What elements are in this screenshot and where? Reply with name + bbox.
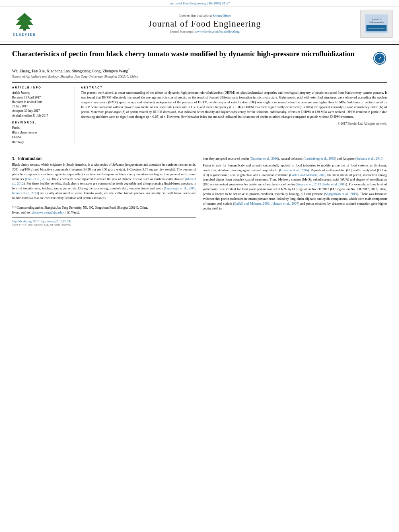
section1-number: 1. bbox=[12, 156, 15, 161]
journal-title: Journal of Food Engineering bbox=[49, 18, 360, 29]
author-star: * bbox=[128, 68, 130, 72]
keyword-1: Pectin bbox=[12, 125, 70, 130]
ref-choi-2014[interactable]: Choi et al., 2014 bbox=[26, 177, 49, 181]
crossmark-icon: ✓ CrossMark bbox=[373, 51, 387, 65]
keywords-section: Keywords: Pectin Black cherry tomato DHP… bbox=[12, 121, 70, 145]
footnote-star: * * Corresponding author. Shanghai Jiao … bbox=[12, 206, 196, 210]
available-date: Available online 31 July 2017 bbox=[12, 113, 70, 118]
ref-caffall-2009b[interactable]: Caffall and Mohnen, 2009; Johnson et al.… bbox=[234, 202, 298, 205]
received-date: Received 11 April 2017 bbox=[12, 95, 70, 100]
elsevier-logo: ELSEVIER bbox=[6, 11, 43, 37]
keyword-4: Rheology bbox=[12, 140, 70, 145]
accepted-date: Accepted 30 July 2017 bbox=[12, 109, 70, 113]
revised-date: Received in revised form20 July 2017 bbox=[12, 100, 70, 109]
footnotes: * * Corresponding author. Shanghai Jiao … bbox=[12, 204, 196, 215]
doi-link[interactable]: http://dx.doi.org/10.1016/j.jfoodeng.201… bbox=[12, 220, 196, 223]
issn-text: 0260-8774/© 2017 Elsevier Ltd. All right… bbox=[12, 223, 196, 226]
svg-text:journal of: journal of bbox=[372, 18, 381, 21]
affiliation: School of Agriculture and Biology, Shang… bbox=[12, 74, 387, 78]
journal-center: Contents lists available at ScienceDirec… bbox=[49, 14, 360, 33]
section1-col1-text: Black cherry tomato, which originate in … bbox=[12, 162, 196, 201]
article-info-abstract: ARTICLE INFO Article history: Received 1… bbox=[12, 82, 387, 145]
main-body: 1. Introduction Black cherry tomato, whi… bbox=[0, 156, 399, 226]
two-col-layout: 1. Introduction Black cherry tomato, whi… bbox=[12, 156, 387, 226]
section1-title: Introduction bbox=[18, 156, 41, 161]
svg-text:✓: ✓ bbox=[378, 56, 382, 61]
ref-grassino-2016b[interactable]: Grassino et al., 2016 bbox=[280, 168, 308, 172]
section1-col2-text: thus they are good source of pectin (Gra… bbox=[203, 156, 387, 161]
authors: Wei Zhang, Fan Xie, Xiaohong Lan, Shengx… bbox=[12, 68, 387, 73]
history-label: Article history: bbox=[12, 90, 70, 95]
body-col-right: thus they are good source of pectin (Gra… bbox=[203, 156, 387, 226]
journal-header: Journal of Food Engineering 216 (2018) 9… bbox=[0, 0, 399, 45]
keyword-2: Black cherry tomato bbox=[12, 130, 70, 135]
article-content: Characteristics of pectin from black che… bbox=[0, 45, 399, 156]
doi-url[interactable]: http://dx.doi.org/10.1016/j.jfoodeng.201… bbox=[12, 220, 71, 223]
article-info-title: ARTICLE INFO bbox=[12, 86, 70, 89]
body-col-left: 1. Introduction Black cherry tomato, whi… bbox=[12, 156, 196, 226]
article-title-section: Characteristics of pectin from black che… bbox=[12, 49, 387, 66]
ref-laufenberg-2003[interactable]: Laufenberg et al., 2003 bbox=[304, 157, 335, 160]
section1-col2-text2: Pectin is safe for human body and alread… bbox=[203, 163, 387, 211]
crossmark[interactable]: ✓ CrossMark bbox=[372, 51, 387, 66]
abstract-paragraph: The present work aimed at better underst… bbox=[81, 90, 387, 119]
email-link[interactable]: zhengwu.wang@sjtu.edu.cn bbox=[32, 211, 66, 214]
sciencedirect-label: Contents lists available at ScienceDirec… bbox=[49, 14, 360, 18]
ref-grassino-2016[interactable]: Grassino et al., 2016 bbox=[251, 157, 278, 160]
svg-text:CrossMark: CrossMark bbox=[376, 63, 383, 65]
svg-text:food engineering: food engineering bbox=[369, 21, 384, 23]
footnote-email: E-mail address: zhengwu.wang@sjtu.edu.cn… bbox=[12, 211, 196, 215]
ref-capanoglu-2008[interactable]: Capanoglu et al., 2008; Ienucci et al., … bbox=[12, 187, 196, 195]
article-info-col: ARTICLE INFO Article history: Received 1… bbox=[12, 86, 74, 145]
ref-caffall-2009[interactable]: Caffall and Mohnen, 2009 bbox=[290, 173, 325, 177]
sciencedirect-link[interactable]: ScienceDirect bbox=[213, 14, 231, 18]
section-divider bbox=[12, 149, 387, 149]
keyword-3: DHPM bbox=[12, 135, 70, 140]
section1-heading: 1. Introduction bbox=[12, 156, 196, 161]
journal-homepage: journal homepage: www.elsevier.com/locat… bbox=[49, 30, 360, 33]
journal-thumbnail: journal of food engineering FOOD ENGINEE… bbox=[360, 10, 393, 38]
abstract-col: ABSTRACT The present work aimed at bette… bbox=[81, 86, 387, 145]
elsevier-name: ELSEVIER bbox=[13, 33, 36, 37]
journal-banner: ELSEVIER Contents lists available at Sci… bbox=[0, 6, 399, 41]
copyright-line: © 2017 Elsevier Ltd. All rights reserved… bbox=[81, 122, 387, 125]
doi-section: http://dx.doi.org/10.1016/j.jfoodeng.201… bbox=[12, 218, 196, 226]
abstract-title: ABSTRACT bbox=[81, 86, 387, 89]
journal-thumb-icon: journal of food engineering FOOD ENGINEE… bbox=[364, 14, 389, 34]
keywords-label: Keywords: bbox=[12, 121, 70, 124]
article-history: Article history: Received 11 April 2017 … bbox=[12, 90, 70, 118]
ref-saldana-2010[interactable]: Saldana et al., 2010 bbox=[356, 157, 382, 160]
journal-issue-info: Journal of Food Engineering 216 (2018) 9… bbox=[169, 2, 230, 5]
ref-shpigelman-2015[interactable]: Shpigelman et al., 2015 bbox=[325, 192, 357, 196]
elsevier-tree-icon bbox=[12, 11, 37, 32]
ref-anese-2013[interactable]: Anese et al., 2013; Barba et al., 2015 bbox=[297, 183, 346, 186]
page: Journal of Food Engineering 216 (2018) 9… bbox=[0, 0, 399, 532]
journal-topbar: Journal of Food Engineering 216 (2018) 9… bbox=[0, 0, 399, 6]
svg-text:FOOD ENGINEERING: FOOD ENGINEERING bbox=[368, 27, 385, 29]
article-title: Characteristics of pectin from black che… bbox=[12, 49, 372, 59]
abstract-text: The present work aimed at better underst… bbox=[81, 90, 387, 119]
homepage-url[interactable]: www.elsevier.com/locate/jfoodeng bbox=[195, 30, 239, 33]
